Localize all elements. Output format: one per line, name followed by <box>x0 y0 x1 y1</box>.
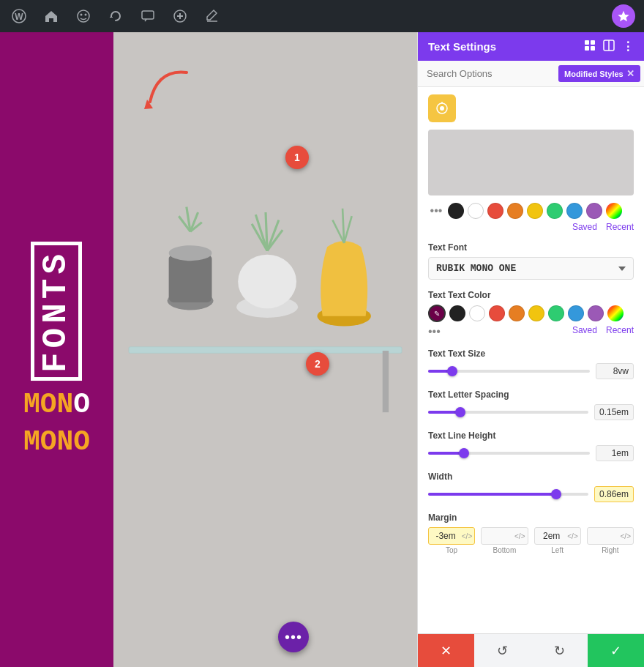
eyedropper-icon: ✎ <box>434 310 440 318</box>
line-height-value[interactable]: 1em <box>596 445 634 461</box>
svg-point-39 <box>440 106 444 111</box>
letter-spacing-section: Text Letter Spacing 0.15em <box>428 390 634 420</box>
svg-rect-5 <box>142 11 154 19</box>
margin-top-label: Top <box>446 546 457 554</box>
svg-rect-35 <box>591 46 595 51</box>
text-color-palette: ✎ <box>428 305 634 322</box>
line-height-slider-row: 1em <box>428 445 634 461</box>
graphic-block: FONTS MONO MONO <box>0 32 113 667</box>
photo-area <box>113 32 417 667</box>
svg-point-2 <box>78 10 89 22</box>
text-color-label: Text Text Color <box>428 290 634 300</box>
edit-icon[interactable] <box>202 6 222 26</box>
header-icon-layout[interactable] <box>603 40 615 53</box>
saved-btn[interactable]: Saved <box>572 222 597 232</box>
color-dot-purple[interactable] <box>586 203 602 219</box>
canvas-area: FONTS MONO MONO <box>0 32 417 667</box>
line-height-track[interactable] <box>428 452 590 455</box>
search-input[interactable] <box>418 61 558 86</box>
vertical-fonts-text: FONTS <box>37 250 75 373</box>
palette-more-btn[interactable]: ••• <box>428 204 444 217</box>
margin-section: Margin </> Top </> Botto <box>428 513 634 554</box>
margin-top-code-icon: </> <box>462 532 472 540</box>
tc-blue[interactable] <box>568 305 584 321</box>
tc-green[interactable] <box>548 305 564 321</box>
undo-button[interactable]: ↺ <box>474 634 531 667</box>
tc-purple[interactable] <box>588 305 604 321</box>
tc-rainbow[interactable] <box>607 305 624 321</box>
panel-body: ••• Saved Recent Text Font RUBIK MONO ON <box>418 87 644 633</box>
tc-saved-btn[interactable]: Saved <box>572 325 597 338</box>
color-palette-row-1: ••• <box>428 203 634 219</box>
margin-row: </> Top </> Bottom </> <box>428 527 634 554</box>
mono-text-2: MONO <box>23 426 90 458</box>
letter-spacing-value[interactable]: 0.15em <box>594 404 634 420</box>
width-track[interactable] <box>428 493 588 496</box>
shelf-scene-svg <box>113 32 417 667</box>
width-fill <box>428 493 556 496</box>
color-dot-blue[interactable] <box>566 203 583 219</box>
star-icon[interactable] <box>612 4 635 28</box>
width-slider-row: 0.86em <box>428 486 634 502</box>
color-dot-yellow[interactable] <box>527 203 543 219</box>
text-size-thumb[interactable] <box>447 366 457 376</box>
color-settings-icon[interactable] <box>428 94 456 122</box>
plus-icon[interactable] <box>170 6 190 26</box>
search-bar: Modified Styles ✕ <box>418 61 644 87</box>
tc-black[interactable] <box>449 305 465 321</box>
width-value[interactable]: 0.86em <box>594 486 634 502</box>
active-color-dot[interactable]: ✎ <box>428 305 446 322</box>
margin-right-field: </> Right <box>587 527 634 554</box>
badge-2: 2 <box>306 352 329 376</box>
color-dot-black[interactable] <box>448 203 464 219</box>
header-icon-grid[interactable] <box>584 40 596 53</box>
width-thumb[interactable] <box>551 489 561 499</box>
header-icon-more[interactable]: ⋮ <box>622 40 634 53</box>
text-size-track[interactable] <box>428 370 590 373</box>
tc-red[interactable] <box>489 305 505 321</box>
cancel-button[interactable]: ✕ <box>418 634 474 667</box>
color-dot-white[interactable] <box>468 203 484 219</box>
letter-spacing-track[interactable] <box>428 411 588 414</box>
letter-spacing-slider-row: 0.15em <box>428 404 634 420</box>
modified-styles-label: Modified Styles <box>564 70 624 78</box>
refresh-icon[interactable] <box>105 6 126 26</box>
modified-styles-badge[interactable]: Modified Styles ✕ <box>558 65 640 82</box>
margin-top-field: </> Top <box>428 527 475 554</box>
home-icon[interactable] <box>41 6 61 26</box>
color-dot-red[interactable] <box>487 203 503 219</box>
tc-more-btn[interactable]: ••• <box>428 325 441 338</box>
text-size-label: Text Text Size <box>428 349 634 359</box>
svg-rect-13 <box>169 255 212 302</box>
text-size-value[interactable]: 8vw <box>596 363 634 379</box>
fab-button[interactable]: ••• <box>278 622 309 652</box>
letter-spacing-thumb[interactable] <box>455 407 465 417</box>
font-select[interactable]: RUBIK MONO ONE <box>428 257 634 280</box>
palette-icon[interactable] <box>73 6 94 26</box>
width-label: Width <box>428 472 634 482</box>
comment-icon[interactable] <box>138 6 158 26</box>
line-height-thumb[interactable] <box>459 448 469 458</box>
confirm-button[interactable]: ✓ <box>588 634 644 667</box>
margin-bottom-code-icon: </> <box>514 532 525 540</box>
tc-yellow[interactable] <box>528 305 544 321</box>
tc-orange[interactable] <box>509 305 525 321</box>
wordpress-icon[interactable]: W <box>9 6 29 26</box>
recent-btn[interactable]: Recent <box>606 222 634 232</box>
color-dot-rainbow[interactable] <box>606 203 622 219</box>
main-area: FONTS MONO MONO <box>0 32 644 667</box>
tc-recent-btn[interactable]: Recent <box>606 325 634 338</box>
color-dot-green[interactable] <box>547 203 563 219</box>
svg-rect-30 <box>383 351 389 412</box>
modified-styles-close[interactable]: ✕ <box>626 68 634 79</box>
fab-dots: ••• <box>285 629 302 646</box>
margin-label: Margin <box>428 513 634 523</box>
redo-button[interactable]: ↻ <box>531 634 588 667</box>
panel-header-icons: ⋮ <box>584 40 634 53</box>
svg-rect-32 <box>585 40 589 45</box>
color-preview-box <box>428 130 634 195</box>
tc-white[interactable] <box>469 305 485 321</box>
text-size-slider-row: 8vw <box>428 363 634 379</box>
svg-rect-34 <box>585 46 589 51</box>
color-dot-orange[interactable] <box>507 203 523 219</box>
